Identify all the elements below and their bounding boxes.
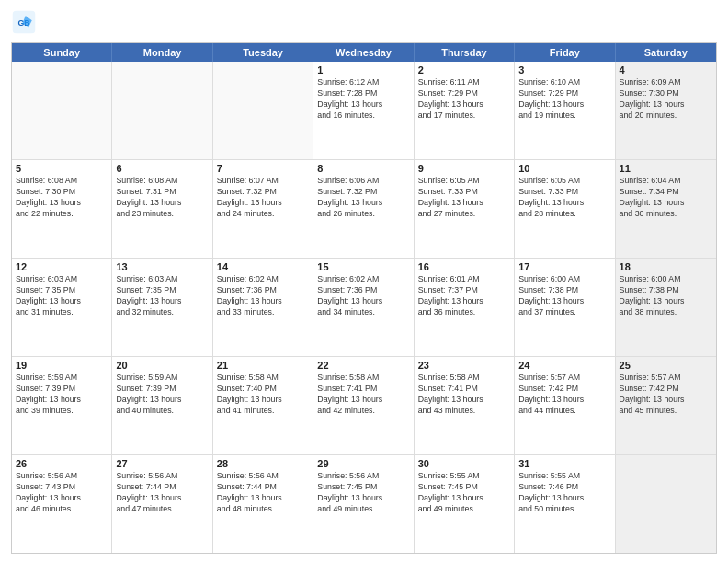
calendar-header: SundayMondayTuesdayWednesdayThursdayFrid…	[12, 43, 716, 62]
calendar-cell: 22Sunrise: 5:58 AM Sunset: 7:41 PM Dayli…	[313, 357, 414, 454]
calendar-body: 1Sunrise: 6:12 AM Sunset: 7:28 PM Daylig…	[12, 62, 716, 553]
day-number: 5	[16, 163, 108, 174]
calendar-row: 1Sunrise: 6:12 AM Sunset: 7:28 PM Daylig…	[12, 62, 716, 159]
cell-info: Sunrise: 6:02 AM Sunset: 7:36 PM Dayligh…	[317, 274, 409, 318]
calendar-cell: 8Sunrise: 6:06 AM Sunset: 7:32 PM Daylig…	[313, 160, 414, 258]
header: GB	[11, 9, 717, 35]
day-number: 10	[518, 163, 610, 174]
day-number: 20	[116, 360, 208, 371]
calendar-cell: 9Sunrise: 6:05 AM Sunset: 7:33 PM Daylig…	[415, 160, 515, 258]
calendar-cell: 5Sunrise: 6:08 AM Sunset: 7:30 PM Daylig…	[12, 160, 112, 258]
cell-info: Sunrise: 6:03 AM Sunset: 7:35 PM Dayligh…	[16, 274, 108, 318]
cell-info: Sunrise: 5:55 AM Sunset: 7:46 PM Dayligh…	[518, 471, 610, 515]
day-number: 29	[317, 458, 409, 469]
logo-icon: GB	[11, 9, 37, 35]
calendar-cell: 3Sunrise: 6:10 AM Sunset: 7:29 PM Daylig…	[515, 62, 615, 159]
calendar-row: 19Sunrise: 5:59 AM Sunset: 7:39 PM Dayli…	[12, 356, 716, 454]
cell-info: Sunrise: 5:57 AM Sunset: 7:42 PM Dayligh…	[620, 373, 712, 417]
cell-info: Sunrise: 6:08 AM Sunset: 7:30 PM Dayligh…	[16, 176, 108, 220]
calendar-cell: 4Sunrise: 6:09 AM Sunset: 7:30 PM Daylig…	[616, 62, 716, 159]
calendar-cell: 18Sunrise: 6:00 AM Sunset: 7:38 PM Dayli…	[616, 259, 716, 356]
day-number: 1	[317, 64, 409, 75]
day-number: 30	[418, 458, 510, 469]
day-number: 9	[418, 163, 510, 174]
day-number: 23	[418, 360, 510, 371]
calendar-cell: 13Sunrise: 6:03 AM Sunset: 7:35 PM Dayli…	[112, 259, 212, 356]
cell-info: Sunrise: 6:01 AM Sunset: 7:37 PM Dayligh…	[418, 274, 510, 318]
cell-info: Sunrise: 5:58 AM Sunset: 7:40 PM Dayligh…	[217, 373, 309, 417]
day-number: 27	[116, 458, 208, 469]
day-number: 26	[16, 458, 108, 469]
calendar-cell	[213, 62, 313, 159]
cell-info: Sunrise: 6:03 AM Sunset: 7:35 PM Dayligh…	[116, 274, 208, 318]
cell-info: Sunrise: 6:06 AM Sunset: 7:32 PM Dayligh…	[317, 176, 409, 220]
calendar-cell: 7Sunrise: 6:07 AM Sunset: 7:32 PM Daylig…	[213, 160, 313, 258]
cell-info: Sunrise: 5:59 AM Sunset: 7:39 PM Dayligh…	[16, 373, 108, 417]
day-number: 19	[16, 360, 108, 371]
calendar-cell: 24Sunrise: 5:57 AM Sunset: 7:42 PM Dayli…	[515, 357, 615, 454]
cell-info: Sunrise: 6:09 AM Sunset: 7:30 PM Dayligh…	[620, 77, 712, 121]
cell-info: Sunrise: 6:11 AM Sunset: 7:29 PM Dayligh…	[418, 77, 510, 121]
day-number: 2	[418, 64, 510, 75]
cell-info: Sunrise: 6:00 AM Sunset: 7:38 PM Dayligh…	[518, 274, 610, 318]
day-number: 18	[620, 261, 712, 272]
calendar-cell: 30Sunrise: 5:55 AM Sunset: 7:45 PM Dayli…	[415, 455, 515, 553]
calendar-header-day: Friday	[515, 43, 615, 62]
cell-info: Sunrise: 6:04 AM Sunset: 7:34 PM Dayligh…	[620, 176, 712, 220]
calendar-cell: 19Sunrise: 5:59 AM Sunset: 7:39 PM Dayli…	[12, 357, 112, 454]
calendar-header-day: Monday	[112, 43, 212, 62]
calendar-cell: 12Sunrise: 6:03 AM Sunset: 7:35 PM Dayli…	[12, 259, 112, 356]
calendar-cell: 27Sunrise: 5:56 AM Sunset: 7:44 PM Dayli…	[112, 455, 212, 553]
calendar-header-day: Saturday	[616, 43, 716, 62]
page: GB SundayMondayTuesdayWednesdayThursdayF…	[0, 0, 728, 563]
cell-info: Sunrise: 5:56 AM Sunset: 7:44 PM Dayligh…	[217, 471, 309, 515]
calendar-cell: 15Sunrise: 6:02 AM Sunset: 7:36 PM Dayli…	[313, 259, 414, 356]
calendar-cell: 11Sunrise: 6:04 AM Sunset: 7:34 PM Dayli…	[616, 160, 716, 258]
cell-info: Sunrise: 6:10 AM Sunset: 7:29 PM Dayligh…	[518, 77, 610, 121]
logo: GB	[11, 9, 40, 35]
cell-info: Sunrise: 6:02 AM Sunset: 7:36 PM Dayligh…	[217, 274, 309, 318]
day-number: 6	[116, 163, 208, 174]
cell-info: Sunrise: 5:55 AM Sunset: 7:45 PM Dayligh…	[418, 471, 510, 515]
cell-info: Sunrise: 5:59 AM Sunset: 7:39 PM Dayligh…	[116, 373, 208, 417]
cell-info: Sunrise: 5:56 AM Sunset: 7:43 PM Dayligh…	[16, 471, 108, 515]
calendar-header-day: Sunday	[12, 43, 112, 62]
day-number: 16	[418, 261, 510, 272]
calendar-cell: 16Sunrise: 6:01 AM Sunset: 7:37 PM Dayli…	[415, 259, 515, 356]
calendar-cell	[12, 62, 112, 159]
calendar-cell	[616, 455, 716, 553]
calendar-row: 26Sunrise: 5:56 AM Sunset: 7:43 PM Dayli…	[12, 454, 716, 553]
day-number: 13	[116, 261, 208, 272]
calendar-cell: 29Sunrise: 5:56 AM Sunset: 7:45 PM Dayli…	[313, 455, 414, 553]
cell-info: Sunrise: 6:05 AM Sunset: 7:33 PM Dayligh…	[418, 176, 510, 220]
day-number: 22	[317, 360, 409, 371]
day-number: 8	[317, 163, 409, 174]
day-number: 31	[518, 458, 610, 469]
cell-info: Sunrise: 5:58 AM Sunset: 7:41 PM Dayligh…	[317, 373, 409, 417]
calendar-cell: 21Sunrise: 5:58 AM Sunset: 7:40 PM Dayli…	[213, 357, 313, 454]
calendar-row: 12Sunrise: 6:03 AM Sunset: 7:35 PM Dayli…	[12, 258, 716, 356]
calendar-header-day: Thursday	[415, 43, 515, 62]
calendar-cell: 25Sunrise: 5:57 AM Sunset: 7:42 PM Dayli…	[616, 357, 716, 454]
day-number: 28	[217, 458, 309, 469]
day-number: 7	[217, 163, 309, 174]
calendar-cell: 2Sunrise: 6:11 AM Sunset: 7:29 PM Daylig…	[415, 62, 515, 159]
day-number: 21	[217, 360, 309, 371]
calendar-cell	[112, 62, 212, 159]
cell-info: Sunrise: 6:08 AM Sunset: 7:31 PM Dayligh…	[116, 176, 208, 220]
day-number: 11	[620, 163, 712, 174]
day-number: 3	[518, 64, 610, 75]
day-number: 25	[620, 360, 712, 371]
calendar-cell: 28Sunrise: 5:56 AM Sunset: 7:44 PM Dayli…	[213, 455, 313, 553]
calendar: SundayMondayTuesdayWednesdayThursdayFrid…	[11, 42, 717, 554]
cell-info: Sunrise: 6:12 AM Sunset: 7:28 PM Dayligh…	[317, 77, 409, 121]
cell-info: Sunrise: 5:56 AM Sunset: 7:45 PM Dayligh…	[317, 471, 409, 515]
cell-info: Sunrise: 5:57 AM Sunset: 7:42 PM Dayligh…	[518, 373, 610, 417]
calendar-cell: 14Sunrise: 6:02 AM Sunset: 7:36 PM Dayli…	[213, 259, 313, 356]
cell-info: Sunrise: 6:05 AM Sunset: 7:33 PM Dayligh…	[518, 176, 610, 220]
day-number: 12	[16, 261, 108, 272]
calendar-cell: 1Sunrise: 6:12 AM Sunset: 7:28 PM Daylig…	[313, 62, 414, 159]
day-number: 17	[518, 261, 610, 272]
calendar-cell: 23Sunrise: 5:58 AM Sunset: 7:41 PM Dayli…	[415, 357, 515, 454]
day-number: 15	[317, 261, 409, 272]
